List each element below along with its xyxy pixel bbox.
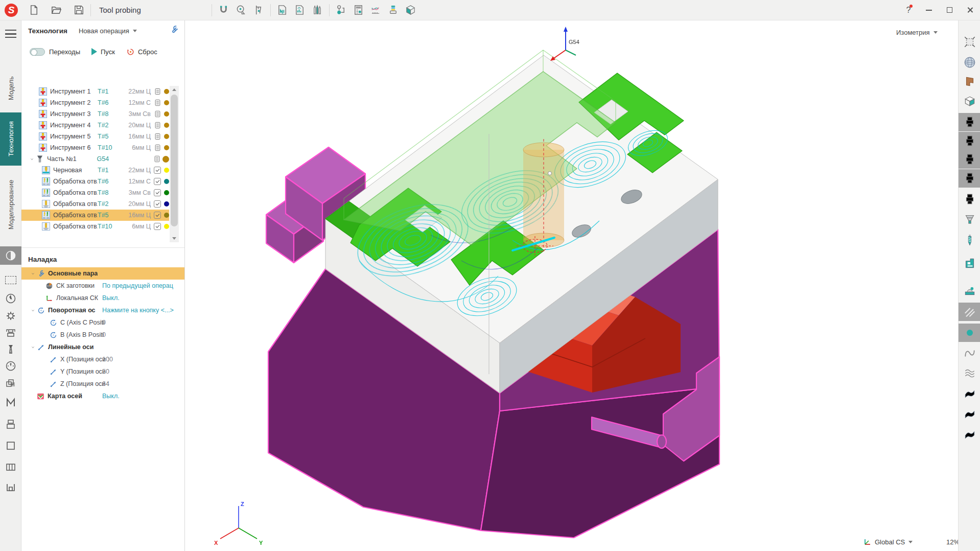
probe-magnet-icon[interactable]: [215, 2, 232, 19]
run-button[interactable]: Пуск: [91, 48, 115, 56]
setup-row-rotary-axes[interactable]: Поворотная ос Нажмите на кнопку <...>: [21, 304, 184, 316]
surface-dual-icon[interactable]: [959, 405, 980, 423]
scroll-up-icon[interactable]: [170, 86, 179, 94]
new-document-icon[interactable]: [25, 2, 42, 19]
layers-icon[interactable]: [0, 374, 21, 393]
tree-row-roughing[interactable]: Черновая T#1 22мм Ц: [21, 165, 169, 176]
calculator-icon[interactable]: [350, 2, 367, 19]
wrench-icon[interactable]: [169, 25, 179, 37]
tab-simulation[interactable]: Моделирование: [0, 168, 21, 241]
tree-row-part[interactable]: Часть №1 G54: [21, 153, 169, 165]
tree-row-tool1[interactable]: Инструмент 1 T#1 22мм Ц: [21, 86, 169, 97]
hatch-lines-icon[interactable]: [959, 303, 980, 321]
shading-icon[interactable]: [0, 246, 21, 265]
maximize-button[interactable]: [939, 1, 960, 20]
tree-row-tool3[interactable]: Инструмент 3 T#8 3мм Св: [21, 108, 169, 120]
setup-row-axis-map[interactable]: Карта осей Выкл.: [21, 390, 184, 402]
tree-scrollbar[interactable]: [170, 86, 179, 242]
cone-tool-icon[interactable]: [959, 210, 980, 228]
checkbox[interactable]: [154, 178, 161, 185]
compass-icon[interactable]: [0, 289, 21, 308]
tree-row-holes4-selected[interactable]: Обработка отв... T#5 16мм Ц: [21, 210, 169, 221]
m-label-icon[interactable]: [0, 394, 21, 412]
n1-program-icon[interactable]: [274, 2, 291, 19]
chevron-down-icon[interactable]: [29, 272, 37, 276]
drill-bit-icon[interactable]: [959, 231, 980, 249]
checkbox[interactable]: [154, 189, 161, 196]
checkbox[interactable]: [154, 167, 161, 174]
new-operation-dropdown[interactable]: Новая операция: [79, 27, 137, 35]
curve-icon[interactable]: [959, 344, 980, 362]
gear-icon[interactable]: [0, 307, 21, 325]
screw-tool-icon[interactable]: [0, 340, 21, 359]
setup-row-axis-c[interactable]: C (Axis C Positi 0: [21, 316, 184, 329]
chevron-down-icon[interactable]: [29, 309, 37, 312]
coordinate-system-selector[interactable]: Global CS: [864, 538, 913, 546]
printer-icon[interactable]: [0, 415, 21, 433]
transitions-toggle[interactable]: [30, 48, 45, 56]
tape-measure-icon[interactable]: [232, 2, 250, 19]
tool-holder-icon[interactable]: [959, 190, 980, 209]
setup-row-axis-y[interactable]: Y (Позиция оси 50: [21, 365, 184, 378]
chevron-down-icon[interactable]: [29, 346, 37, 349]
iso-box-icon[interactable]: [959, 92, 980, 110]
menu-icon[interactable]: [5, 30, 16, 38]
wave-layers-icon[interactable]: [959, 364, 980, 382]
surface-teal-icon[interactable]: [959, 384, 980, 403]
columns-icon[interactable]: [0, 458, 21, 476]
minimize-button[interactable]: [919, 1, 939, 20]
machine-part-icon[interactable]: [959, 282, 980, 300]
caliper-icon[interactable]: [250, 2, 267, 19]
select-rect-icon[interactable]: [0, 271, 21, 289]
surface-point-icon[interactable]: [959, 425, 980, 444]
holder-gray-icon[interactable]: [959, 113, 980, 131]
tree-row-holes5[interactable]: Обработка отв... T#10 6мм Ц: [21, 221, 169, 232]
holder-silver-icon[interactable]: [959, 132, 980, 150]
tab-technology[interactable]: Технология: [0, 112, 21, 166]
surface-flag-icon[interactable]: [959, 73, 980, 91]
clamp-icon[interactable]: [0, 478, 21, 497]
tab-model[interactable]: Модель: [0, 65, 21, 111]
gauge-icon[interactable]: [0, 357, 21, 375]
viewport-3d[interactable]: G54 Z X Y: [185, 20, 958, 551]
additive-stack-icon[interactable]: [385, 2, 402, 19]
scrollbar-thumb[interactable]: [171, 95, 178, 226]
setup-row-main-params[interactable]: Основные пара: [21, 267, 184, 280]
tree-row-tool5[interactable]: Инструмент 5 T#5 16мм Ц: [21, 131, 169, 142]
setup-row-axis-z[interactable]: Z (Позиция оси : 64: [21, 378, 184, 390]
machine-head-icon[interactable]: [959, 254, 980, 272]
close-button[interactable]: [960, 1, 980, 20]
tree-row-holes2[interactable]: Обработка отв... T#8 3мм Св: [21, 187, 169, 198]
holder-teal-icon[interactable]: [959, 169, 980, 188]
reset-button[interactable]: Сброс: [126, 48, 157, 56]
press-icon[interactable]: [0, 324, 21, 342]
save-icon[interactable]: [70, 2, 87, 19]
fit-view-icon[interactable]: [959, 33, 980, 51]
square-icon[interactable]: [0, 437, 21, 455]
checkbox[interactable]: [154, 200, 161, 208]
report-chart-icon[interactable]: [291, 2, 309, 19]
holder-teal-top-icon[interactable]: [959, 150, 980, 169]
graph-curves-icon[interactable]: [367, 2, 385, 19]
tree-row-holes1[interactable]: Обработка отв... T#6 12мм С: [21, 176, 169, 187]
setup-row-axis-b[interactable]: B (Axis B Positi 0: [21, 329, 184, 341]
tree-row-holes3[interactable]: Обработка отв... T#2 20мм Ц: [21, 198, 169, 210]
setup-row-linear-axes[interactable]: Линейные оси: [21, 341, 184, 353]
chevron-down-icon[interactable]: [28, 157, 36, 161]
setup-row-stock-cs[interactable]: СК заготовки По предыдущей операц: [21, 280, 184, 292]
material-box-icon[interactable]: [402, 2, 419, 19]
help-button[interactable]: ?: [898, 1, 919, 20]
open-folder-icon[interactable]: [48, 2, 65, 19]
tool-set-icon[interactable]: [309, 2, 326, 19]
setup-row-axis-x[interactable]: X (Позиция оси : 100: [21, 353, 184, 365]
scene-3d[interactable]: G54 Z X Y: [185, 20, 958, 551]
shaded-sphere-icon[interactable]: [959, 53, 980, 72]
setup-row-local-cs[interactable]: Локальная СК Выкл.: [21, 292, 184, 304]
checkbox[interactable]: [154, 223, 161, 230]
point-icon[interactable]: [959, 324, 980, 342]
scroll-down-icon[interactable]: [170, 235, 179, 242]
tree-row-tool6[interactable]: Инструмент 6 T#10 6мм Ц: [21, 142, 169, 153]
tree-row-tool2[interactable]: Инструмент 2 T#6 12мм С: [21, 97, 169, 108]
checkbox[interactable]: [154, 212, 161, 219]
tree-row-tool4[interactable]: Инструмент 4 T#2 20мм Ц: [21, 120, 169, 131]
